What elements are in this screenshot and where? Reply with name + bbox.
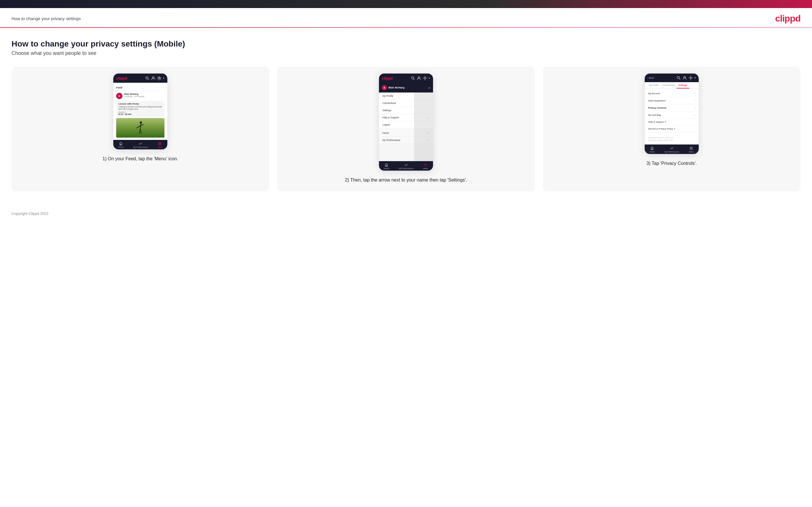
phone2-user-left: B Blair McHarg	[382, 85, 405, 90]
svg-line-7	[140, 129, 142, 133]
menu-item-connections: Connections	[379, 100, 433, 107]
phone2-tab-home: Home	[384, 163, 389, 169]
feed-avatar: B	[116, 93, 122, 99]
copyright-text: Copyright Clippd 2022	[11, 211, 49, 216]
tab2-menu-label: Menu	[423, 167, 428, 169]
feed-activity-title: Lesson with Fordy	[118, 103, 162, 105]
chevron-right-icon: ›	[695, 92, 695, 95]
svg-point-18	[677, 76, 679, 79]
step-1-caption: 1) On your Feed, tap the 'Menu' icon.	[102, 156, 178, 162]
step-2-caption: 2) Then, tap the arrow next to your name…	[345, 177, 467, 183]
logo: clippd	[775, 13, 801, 24]
phone1-menu-dots: ▾	[163, 77, 164, 79]
phone3-tab-bar: Home My Performance Menu	[645, 145, 699, 154]
privacy-policy-label: Service & Privacy Policy ↗	[648, 127, 675, 130]
settings-item-help-support: Help & Support ↗	[645, 119, 699, 125]
phone2-menu-items: My Profile Connections Settings Help & S…	[379, 93, 433, 128]
step-1-phone: clippd ▾ Feed B Blair McHarg	[113, 73, 167, 149]
phone2-menu-dots: ▾	[429, 77, 430, 79]
golfer-svg	[135, 120, 146, 137]
phone2-nav-section: Home ∨ My Performance ∨	[379, 128, 433, 144]
tab3-home-label: Home	[650, 151, 655, 153]
chevron-right-icon-3: ›	[695, 106, 695, 109]
menu-item-help: Help & Support	[379, 114, 433, 121]
tab3-menu-label: Menu	[689, 151, 694, 153]
feed-post-name: Blair McHarg	[124, 93, 164, 95]
phone2-tab-close: ✕ Menu	[423, 163, 428, 169]
search-icon-3	[676, 75, 681, 80]
menu-item-my-profile: My Profile	[379, 93, 433, 100]
search-icon	[145, 76, 150, 80]
svg-line-1	[148, 79, 149, 80]
chevron-right-icon-2: ›	[695, 99, 695, 102]
phone2-tab-performance: My Performance	[399, 163, 413, 169]
svg-line-15	[414, 79, 415, 80]
phone1-tab-bar: Home My Performance Menu	[113, 140, 167, 149]
phone2-expand-icon: ∧	[428, 86, 430, 89]
svg-point-4	[140, 121, 142, 123]
phone1-tab-home: Home	[118, 142, 123, 148]
settings-icon-3	[689, 75, 693, 80]
phone1-nav: clippd ▾	[113, 73, 167, 83]
svg-point-16	[418, 77, 420, 78]
nav-home-label: Home	[383, 131, 389, 134]
settings-item-golf-bag: My Golf Bag ›	[645, 111, 699, 119]
phone3-tab-home: Home	[650, 146, 655, 153]
step-3-card: ‹ Back ▾ My Profile Connections Settings	[543, 67, 801, 191]
svg-line-10	[136, 124, 144, 128]
phone3-tab-connections: Connections	[660, 82, 676, 89]
settings-item-data-integrations: Data Integrations ›	[645, 97, 699, 104]
feed-activity-desc: Looking to feel like my hands are exitin…	[118, 106, 162, 111]
phone3-back-bar: ‹ Back ▾	[645, 73, 699, 82]
version-line2: SQL Server Version: 2022.7.30-1	[648, 139, 695, 142]
search-icon-2	[411, 76, 415, 80]
steps-row: clippd ▾ Feed B Blair McHarg	[11, 67, 801, 191]
feed-post: B Blair McHarg Yesterday · Sunningdale	[116, 93, 164, 99]
tab-menu-label: Menu	[158, 146, 163, 148]
step-2-card: clippd ▾ B Blair McHarg ∧	[277, 67, 535, 191]
user-icon-2	[417, 76, 421, 80]
svg-point-2	[152, 77, 154, 78]
close-icon: ✕	[424, 163, 427, 167]
feed-image	[116, 118, 164, 137]
user-icon	[151, 76, 156, 80]
phone3-back-btn: ‹ Back	[648, 77, 654, 79]
settings-item-privacy-controls: Privacy Controls ›	[645, 104, 699, 111]
page-heading: How to change your privacy settings (Mob…	[11, 39, 801, 49]
phone3-tabs: My Profile Connections Settings	[645, 82, 699, 89]
nav-performance-label: My Performance	[383, 139, 400, 142]
privacy-controls-label: Privacy Controls	[648, 107, 666, 109]
tab-home-label: Home	[118, 146, 123, 148]
phone3-tab-settings: Settings	[676, 82, 689, 89]
phone2-user-row: B Blair McHarg ∧	[379, 83, 433, 93]
menu-item-settings: Settings	[379, 107, 433, 114]
footer: Copyright Clippd 2022	[0, 206, 812, 221]
chevron-right-icon-4: ›	[695, 113, 695, 116]
feed-duration-val: 01 hr : 30 min	[118, 113, 162, 115]
phone2-tab-bar: Home My Performance ✕ Menu	[379, 161, 433, 171]
golf-bag-label: My Golf Bag	[648, 114, 661, 116]
phone2-nav: clippd ▾	[379, 73, 433, 83]
feed-label: Feed	[116, 85, 164, 91]
phone2-bg-img	[379, 144, 433, 161]
phone2-nav-performance: My Performance ∨	[379, 137, 433, 144]
menu-item-logout: Logout	[379, 121, 433, 128]
feed-post-sub: Yesterday · Sunningdale	[124, 95, 164, 97]
phone2-nav-home: Home ∨	[379, 129, 433, 137]
phone2-avatar: B	[382, 85, 387, 90]
chevron-down-icon: ∨	[427, 131, 429, 134]
tab2-home-label: Home	[384, 167, 389, 169]
phone1-icons: ▾	[145, 76, 164, 80]
phone3-list: My Account › Data Integrations › Privacy…	[645, 89, 699, 133]
top-bar	[0, 0, 812, 8]
settings-icon-2	[423, 76, 427, 80]
settings-item-my-account: My Account ›	[645, 90, 699, 97]
step-2-phone: clippd ▾ B Blair McHarg ∧	[379, 73, 433, 171]
version-line1: Clippd Client Version: 2022.8.3-3	[648, 136, 695, 139]
svg-point-17	[424, 77, 426, 79]
tab-performance-label: My Performance	[133, 146, 148, 148]
phone3-footer: Clippd Client Version: 2022.8.3-3 SQL Se…	[645, 133, 699, 145]
svg-point-20	[684, 76, 686, 78]
user-icon-3	[682, 75, 687, 80]
phone1-content: Feed B Blair McHarg Yesterday · Sunningd…	[113, 83, 167, 140]
